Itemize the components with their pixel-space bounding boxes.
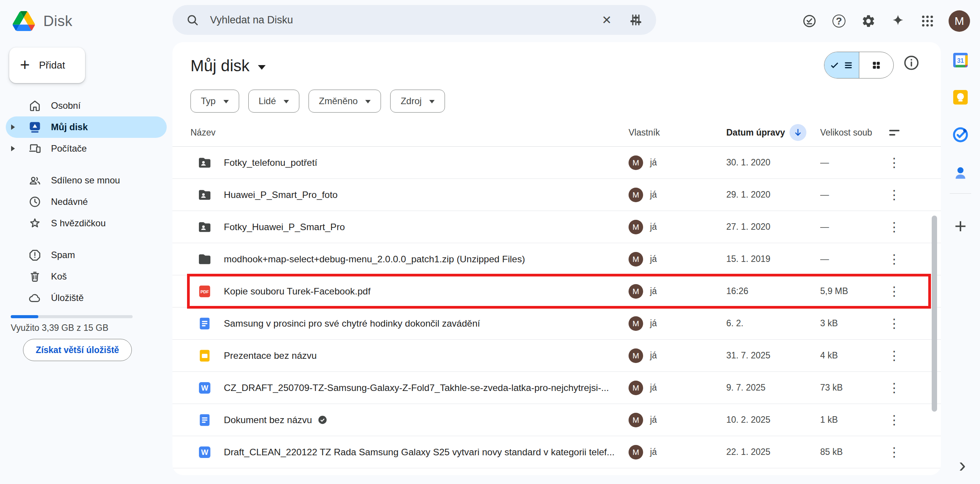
expand-arrow-icon[interactable] bbox=[11, 146, 15, 151]
tune-icon bbox=[629, 13, 643, 27]
more-actions-button[interactable]: ⋮ bbox=[884, 316, 904, 331]
column-header-size[interactable]: Velikost soub bbox=[820, 128, 872, 137]
search-icon bbox=[185, 13, 199, 27]
keep-button[interactable] bbox=[952, 89, 969, 105]
sort-direction-button[interactable] bbox=[790, 124, 806, 141]
table-header: Název Vlastník Datum úpravy Velikost sou… bbox=[172, 119, 941, 147]
file-size: 5,9 MB bbox=[820, 286, 882, 296]
more-actions-button[interactable]: ⋮ bbox=[884, 187, 904, 203]
filter-chip-label: Lidé bbox=[259, 96, 276, 106]
keep-icon bbox=[952, 89, 969, 105]
sidebar-item-starred[interactable]: S hvězdičkou bbox=[6, 213, 167, 234]
more-actions-button[interactable]: ⋮ bbox=[884, 412, 904, 428]
modified-date: 30. 1. 2020 bbox=[726, 157, 820, 168]
sidebar-item-computers[interactable]: Počítače bbox=[6, 138, 167, 159]
modified-date: 16:26 bbox=[726, 286, 820, 296]
owner-avatar: M bbox=[629, 220, 643, 234]
sidebar-item-my-drive[interactable]: Můj disk bbox=[6, 116, 167, 138]
more-actions-button[interactable]: ⋮ bbox=[884, 155, 904, 170]
sidebar-item-label: Počítače bbox=[51, 143, 87, 154]
file-row[interactable]: PDF Kopie souboru Turek-Facebook.pdf M j… bbox=[172, 275, 941, 307]
docs-icon bbox=[197, 413, 212, 427]
account-avatar[interactable]: M bbox=[949, 10, 970, 32]
list-view-button[interactable] bbox=[824, 52, 859, 78]
filter-chip-lidé[interactable]: Lidé bbox=[248, 90, 299, 113]
clear-search-button[interactable]: ✕ bbox=[599, 14, 614, 26]
scrollbar-thumb[interactable] bbox=[932, 216, 937, 412]
new-button[interactable]: + Přidat bbox=[9, 47, 85, 83]
more-actions-button[interactable]: ⋮ bbox=[884, 444, 904, 460]
word-icon: W bbox=[197, 381, 212, 395]
docs-icon bbox=[197, 316, 212, 331]
chevron-down-icon bbox=[258, 65, 266, 70]
sidebar-item-label: Můj disk bbox=[51, 122, 88, 132]
column-header-owner[interactable]: Vlastník bbox=[629, 128, 660, 138]
more-actions-button[interactable]: ⋮ bbox=[884, 348, 904, 363]
help-icon: ? bbox=[832, 15, 845, 28]
file-size: — bbox=[820, 157, 882, 168]
search-input[interactable] bbox=[209, 14, 599, 26]
layout-toggle bbox=[824, 52, 894, 78]
filter-chip-změněno[interactable]: Změněno bbox=[309, 90, 381, 113]
my-drive-title-dropdown[interactable]: Můj disk bbox=[190, 57, 266, 75]
settings-button[interactable] bbox=[860, 13, 877, 29]
file-row[interactable]: modhook+map-select+debug-menu_2.0.0.0_pa… bbox=[172, 243, 941, 275]
owner-label: já bbox=[650, 318, 657, 329]
search-options-button[interactable] bbox=[629, 13, 643, 27]
sidebar-item-spam[interactable]: Spam bbox=[6, 244, 167, 266]
filter-chip-typ[interactable]: Typ bbox=[190, 90, 239, 113]
apps-grid-button[interactable] bbox=[919, 13, 936, 29]
column-header-name[interactable]: Název bbox=[190, 128, 215, 138]
contacts-icon bbox=[952, 165, 969, 181]
tasks-icon bbox=[952, 127, 969, 143]
pdf-icon: PDF bbox=[197, 284, 212, 299]
modified-date: 29. 1. 2020 bbox=[726, 190, 820, 200]
availability-button[interactable] bbox=[801, 13, 818, 29]
expand-arrow-icon[interactable] bbox=[11, 124, 15, 130]
file-row[interactable]: W Draft_CLEAN_220122 TZ Rada Samsung Gal… bbox=[172, 436, 941, 468]
file-row[interactable]: W CZ_DRAFT_250709-TZ-Samsung-Galaxy-Z-Fo… bbox=[172, 372, 941, 404]
sidebar-item-storage[interactable]: Úložiště bbox=[6, 287, 167, 309]
info-icon bbox=[903, 54, 920, 71]
gemini-button[interactable] bbox=[890, 13, 906, 29]
calendar-button[interactable]: 31 bbox=[952, 52, 969, 68]
column-header-modified[interactable]: Datum úpravy bbox=[726, 128, 785, 138]
file-list: Fotky_telefonu_potřetí M já 30. 1. 2020 … bbox=[172, 147, 941, 468]
details-button[interactable] bbox=[903, 54, 920, 72]
more-actions-button[interactable]: ⋮ bbox=[884, 380, 904, 396]
sort-options-button[interactable] bbox=[889, 130, 900, 136]
more-actions-button[interactable]: ⋮ bbox=[884, 251, 904, 267]
file-row[interactable]: Prezentace bez názvu M já 31. 7. 2025 4 … bbox=[172, 340, 941, 372]
owner-avatar: M bbox=[629, 252, 643, 267]
more-actions-button[interactable]: ⋮ bbox=[884, 283, 904, 299]
owner-avatar: M bbox=[629, 445, 643, 459]
svg-text:W: W bbox=[201, 448, 208, 456]
file-row[interactable]: Huawei_P_Smart_Pro_foto M já 29. 1. 2020… bbox=[172, 179, 941, 211]
file-row[interactable]: Fotky_telefonu_potřetí M já 30. 1. 2020 … bbox=[172, 147, 941, 179]
file-row[interactable]: Dokument bez názvu M já 10. 2. 2025 1 kB… bbox=[172, 404, 941, 436]
side-panel-rail: 31 + bbox=[941, 42, 980, 484]
show-side-panel-button[interactable]: › bbox=[957, 454, 968, 476]
rail-divider bbox=[950, 193, 971, 194]
sidebar-item-label: Spam bbox=[51, 250, 75, 260]
word-icon: W bbox=[197, 445, 212, 459]
get-addons-button[interactable]: + bbox=[952, 215, 969, 237]
file-size: 73 kB bbox=[820, 383, 882, 393]
file-row[interactable]: Samsung v prosinci pro své chytré hodink… bbox=[172, 307, 941, 340]
sidebar-item-shared-with-me[interactable]: Sdíleno se mnou bbox=[6, 170, 167, 191]
people-icon bbox=[28, 173, 42, 187]
search-bar[interactable]: ✕ bbox=[172, 5, 656, 35]
filter-chip-zdroj[interactable]: Zdroj bbox=[390, 90, 445, 113]
chevron-down-icon bbox=[284, 100, 289, 103]
sidebar-item-trash[interactable]: Koš bbox=[6, 266, 167, 287]
help-button[interactable]: ? bbox=[831, 13, 847, 29]
more-actions-button[interactable]: ⋮ bbox=[884, 219, 904, 235]
grid-view-button[interactable] bbox=[859, 52, 894, 78]
contacts-button[interactable] bbox=[952, 165, 969, 181]
sidebar-item-personal[interactable]: Osobní bbox=[6, 95, 167, 116]
sidebar-item-recent[interactable]: Nedávné bbox=[6, 191, 167, 213]
sparkle-icon bbox=[891, 14, 905, 28]
get-more-storage-button[interactable]: Získat větší úložiště bbox=[23, 339, 132, 361]
tasks-button[interactable] bbox=[952, 127, 969, 143]
file-row[interactable]: Fotky_Huawei_P_Smart_Pro M já 27. 1. 202… bbox=[172, 211, 941, 243]
